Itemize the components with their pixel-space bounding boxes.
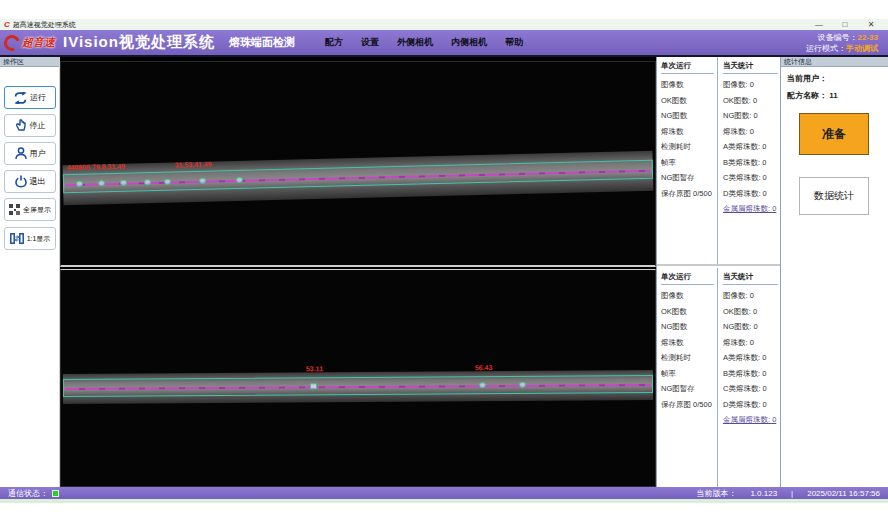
stop-button[interactable]: 停止 (4, 114, 56, 137)
stat-row: NG图数 (661, 319, 717, 335)
stat-row: NG图数: 0 (723, 319, 781, 335)
stat-row: 图像数: 0 (723, 77, 781, 93)
stop-hand-icon (15, 119, 27, 132)
app-logo-icon: C (4, 20, 10, 29)
stats-panel-bottom: 单次运行 图像数 OK图数 NG图数 熔珠数 检测耗时 帧率 NG图暂存 保存原… (657, 268, 781, 487)
weld-strip-image-bottom: 53.11 56.43 (63, 370, 653, 404)
current-user-label: 当前用户： (787, 74, 827, 83)
user-button[interactable]: 用户 (4, 142, 56, 165)
menu-item-outer-camera[interactable]: 外侧相机 (397, 36, 433, 49)
today-stats-header: 当天统计 (723, 272, 778, 285)
sidebar-header: 操作区 (0, 57, 59, 67)
stat-row: 图像数: 0 (723, 288, 781, 304)
defect-marker (144, 179, 151, 185)
stat-row: OK图数: 0 (723, 93, 781, 109)
brand-logo-text: 超音速 (22, 35, 55, 50)
bottom-accent-strip (0, 499, 888, 503)
stat-row: C类熔珠数: 0 (723, 170, 781, 186)
stat-row: 帧率 (661, 366, 717, 382)
menu-item-help[interactable]: 帮助 (505, 36, 523, 49)
minimize-button[interactable]: — (806, 20, 832, 30)
measurement-annotation: 440805 79.8,31.49 (67, 163, 126, 171)
info-panel-header: 统计信息 (781, 57, 888, 67)
weld-strip-image-top: 440805 79.8,31.49 31.53,41.49 (63, 151, 654, 205)
version-value: 1.0.123 (750, 489, 777, 498)
seam-line (65, 384, 651, 390)
exit-button-label: 退出 (30, 176, 46, 187)
stat-row: NG图数: 0 (723, 108, 781, 124)
run-button-label: 运行 (30, 92, 46, 103)
stat-row: NG图暂存 (661, 170, 717, 186)
stat-row: 图像数 (661, 77, 717, 93)
device-number-value: 22-33 (858, 33, 878, 42)
status-bar: 通信状态： 当前版本： 1.0.123 | 2025/02/11 16:57:5… (0, 487, 888, 499)
close-button[interactable]: ✕ (858, 20, 884, 30)
stat-row: 帧率 (661, 155, 717, 171)
recipe-name-value: 11 (829, 91, 837, 100)
run-button[interactable]: 运行 (4, 86, 56, 109)
stat-row: 检测耗时 (661, 139, 717, 155)
window-title: 超高速视觉处理系统 (13, 20, 806, 30)
defect-marker (199, 177, 206, 183)
stat-row: 金属屑熔珠数: 0 (723, 201, 781, 217)
today-stats-header: 当天统计 (723, 61, 778, 74)
power-icon (15, 175, 27, 188)
defect-marker (519, 382, 526, 388)
run-mode-label: 运行模式： (806, 44, 846, 53)
stat-row: 检测耗时 (661, 350, 717, 366)
menu-item-settings[interactable]: 设置 (361, 36, 379, 49)
one-to-one-button-label: 1:1显示 (27, 234, 51, 244)
user-icon (15, 147, 27, 160)
exit-button[interactable]: 退出 (4, 170, 56, 193)
detection-roi-rect (63, 375, 653, 397)
camera-display-area: 440805 79.8,31.49 31.53,41.49 53.11 56.4… (60, 57, 656, 487)
stat-row: A类熔珠数: 0 (723, 350, 781, 366)
stat-row: C类熔珠数: 0 (723, 381, 781, 397)
run-icon (14, 92, 27, 104)
maximize-button[interactable]: □ (832, 20, 858, 30)
one-to-one-icon (10, 233, 24, 244)
seam-line (65, 169, 651, 185)
menu-item-inner-camera[interactable]: 内侧相机 (451, 36, 487, 49)
user-button-label: 用户 (30, 148, 46, 159)
measurement-annotation: 56.43 (475, 364, 493, 371)
stat-row: D类熔珠数: 0 (723, 186, 781, 202)
device-number-label: 设备编号： (818, 33, 858, 42)
defect-marker (120, 179, 127, 185)
screen: C 超高速视觉处理系统 — □ ✕ 超音速 IVision视觉处理系统 熔珠端面… (0, 0, 888, 522)
stat-row: 熔珠数: 0 (723, 335, 781, 351)
stat-row: 保存原图 0/500 (661, 186, 717, 202)
fullscreen-button[interactable]: 全屏显示 (4, 198, 56, 221)
comm-status-label: 通信状态： (8, 488, 48, 499)
measurement-annotation: 31.53,41.49 (175, 161, 212, 169)
detection-roi-rect (63, 160, 653, 193)
stats-panel-top: 单次运行 图像数 OK图数 NG图数 熔珠数 检测耗时 帧率 NG图暂存 保存原… (657, 57, 781, 266)
app-header: 超音速 IVision视觉处理系统 熔珠端面检测 配方 设置 外侧相机 内侧相机… (0, 30, 888, 57)
defect-marker (479, 382, 486, 388)
stat-row: OK图数 (661, 304, 717, 320)
defect-marker (164, 178, 171, 184)
menu-bar: 配方 设置 外侧相机 内侧相机 帮助 (325, 36, 523, 49)
defect-marker (310, 383, 317, 389)
defect-marker (236, 176, 243, 182)
one-to-one-button[interactable]: 1:1显示 (4, 227, 56, 250)
comm-status-indicator (52, 490, 59, 497)
prepare-button[interactable]: 准备 (799, 113, 869, 155)
outer-camera-image: 440805 79.8,31.49 31.53,41.49 (60, 61, 656, 267)
fullscreen-button-label: 全屏显示 (23, 205, 51, 215)
single-run-header: 单次运行 (661, 61, 714, 74)
data-statistics-button[interactable]: 数据统计 (799, 177, 869, 215)
stat-row: B类熔珠数: 0 (723, 366, 781, 382)
menu-item-recipe[interactable]: 配方 (325, 36, 343, 49)
stat-row: 金属屑熔珠数: 0 (723, 412, 781, 428)
stat-row: OK图数: 0 (723, 304, 781, 320)
brand-swoosh-icon (1, 32, 22, 53)
app-subtitle: 熔珠端面检测 (229, 35, 295, 50)
stat-row: 图像数 (661, 288, 717, 304)
defect-marker (76, 180, 83, 186)
stat-row: OK图数 (661, 93, 717, 109)
stat-row: A类熔珠数: 0 (723, 139, 781, 155)
measurement-annotation: 53.11 (306, 365, 323, 372)
brand-logo: 超音速 (4, 35, 63, 51)
stat-row: 熔珠数 (661, 124, 717, 140)
